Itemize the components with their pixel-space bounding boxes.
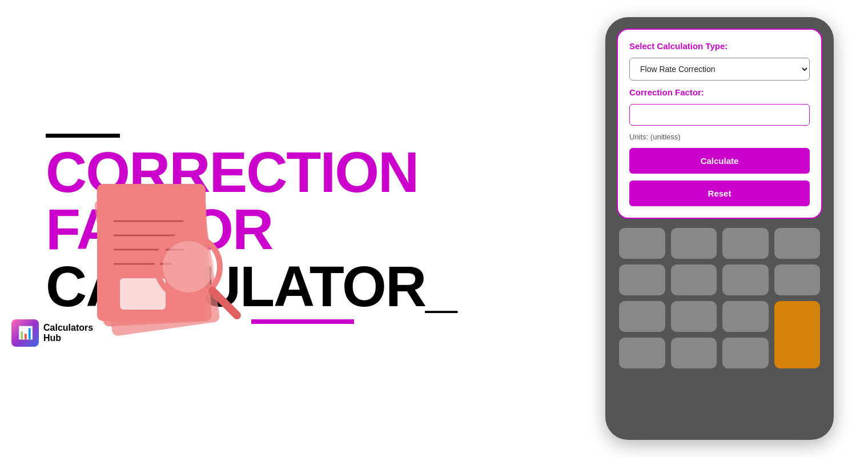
svg-point-9 — [163, 241, 214, 292]
key-11[interactable] — [722, 301, 769, 332]
logo-icon-symbol: 📊 — [18, 326, 33, 340]
key-9[interactable] — [619, 301, 665, 332]
logo-name2: Hub — [43, 333, 93, 343]
logo-name1: Calculators — [43, 323, 93, 333]
key-3[interactable] — [722, 228, 769, 259]
key-orange-tall[interactable] — [774, 301, 821, 368]
key-7[interactable] — [722, 264, 769, 295]
key-1[interactable] — [619, 228, 665, 259]
key-12[interactable] — [619, 338, 665, 368]
key-8[interactable] — [774, 264, 821, 295]
key-2[interactable] — [671, 228, 717, 259]
illustration-area — [69, 175, 286, 347]
left-section: CORRECTION FACTOR CALCULATOR_ — [0, 99, 594, 358]
document-illustration — [69, 175, 263, 341]
logo-icon: 📊 — [11, 319, 39, 347]
units-label: Units: (unitless) — [629, 133, 810, 141]
logo-text: Calculators Hub — [43, 323, 93, 343]
select-calculation-type-label: Select Calculation Type: — [629, 41, 810, 51]
key-6[interactable] — [671, 264, 717, 295]
right-section: Select Calculation Type: Flow Rate Corre… — [594, 0, 868, 457]
calculate-button[interactable]: Calculate — [629, 148, 810, 174]
key-14[interactable] — [722, 338, 769, 368]
key-5[interactable] — [619, 264, 665, 295]
correction-factor-label: Correction Factor: — [629, 87, 810, 97]
calculator-keypad — [617, 226, 822, 371]
calculator-screen: Select Calculation Type: Flow Rate Corre… — [617, 29, 822, 219]
logo: 📊 Calculators Hub — [11, 319, 93, 347]
black-bar-decoration — [46, 134, 120, 138]
key-4[interactable] — [774, 228, 821, 259]
reset-button[interactable]: Reset — [629, 181, 810, 206]
calculator-body: Select Calculation Type: Flow Rate Corre… — [605, 17, 834, 440]
key-10[interactable] — [671, 301, 717, 332]
calculation-type-select[interactable]: Flow Rate Correction Temperature Correct… — [629, 58, 810, 81]
correction-factor-input[interactable] — [629, 104, 810, 126]
key-13[interactable] — [671, 338, 717, 368]
